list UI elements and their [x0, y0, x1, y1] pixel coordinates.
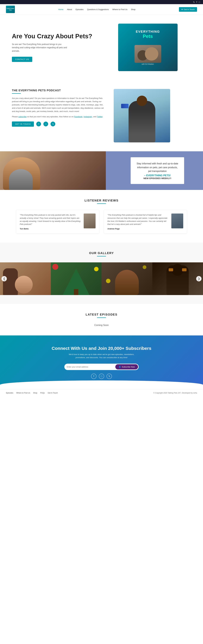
- gallery-section: OUR GALLERY ❮: [0, 242, 203, 304]
- footer-link-faqs[interactable]: FAQs: [40, 392, 45, 394]
- about-twitter-icon[interactable]: 𝕏: [51, 122, 55, 126]
- gallery-item-4: [152, 262, 203, 295]
- podcast-host: with Ed Walden: [142, 63, 154, 65]
- about-para-2: Please subscribe so that you won't miss …: [12, 115, 105, 118]
- about-instagram-icon[interactable]: □: [43, 122, 48, 126]
- episodes-label: LATEST EPISODES: [12, 313, 191, 316]
- promo-sub: NEW EPISODES WEEKLY!: [136, 177, 179, 180]
- subscribe-button[interactable]: 👤 Subscribe Now: [115, 364, 138, 370]
- newsletter-subtitle: We'd love to keep you up to date when we…: [64, 353, 139, 359]
- episodes-section: LATEST EPISODES Coming Soon: [0, 304, 203, 336]
- promo-blue-bar: [125, 156, 131, 186]
- podcast-title-line1: EVERYTHING: [134, 30, 161, 34]
- facebook-icon[interactable]: f: [196, 1, 197, 3]
- gallery-label: OUR GALLERY: [0, 252, 203, 255]
- newsletter-twitter-icon[interactable]: 𝕏: [107, 374, 112, 379]
- nav-episodes[interactable]: Episodes: [76, 8, 84, 10]
- footer-link-where[interactable]: Where to Find Us: [16, 392, 30, 394]
- reviews-section: LISTENER REVIEWS "The Everything Pets po…: [0, 190, 203, 242]
- about-photo: [114, 89, 170, 142]
- user-icon: 👤: [119, 366, 121, 368]
- podcast-title-line2: Pets: [143, 34, 153, 39]
- subscribe-link[interactable]: subscribe: [18, 116, 27, 118]
- instagram-icon[interactable]: □: [199, 1, 200, 3]
- footer-link-shop[interactable]: Shop: [33, 392, 37, 394]
- reviews-underline: [97, 204, 106, 204]
- hero-title: Are You Crazy About Pets?: [12, 33, 99, 40]
- top-bar: 𝕏 f □: [0, 0, 203, 4]
- twitter-icon[interactable]: 𝕏: [193, 1, 195, 3]
- gallery-grid: ❮: [0, 262, 203, 295]
- hero-section: Are You Crazy About Pets? So are we! The…: [0, 15, 203, 80]
- promo-highlight: – EVERYTHING PETS!: [136, 174, 179, 177]
- nav-questions[interactable]: Questions & Suggestions: [87, 8, 109, 10]
- newsletter-section: Connect With Us and Join 20,000+ Subscri…: [0, 336, 203, 389]
- nav-where[interactable]: Where to Find Us: [112, 8, 127, 10]
- instagram-link[interactable]: Instagram: [84, 116, 92, 118]
- gallery-prev-button[interactable]: ❮: [2, 276, 7, 282]
- about-para-1: Are you crazy about pets? Do you have qu…: [12, 97, 105, 113]
- newsletter-form: 👤 Subscribe Now: [64, 364, 139, 370]
- reviewer-name-1: Tori Betts: [20, 228, 81, 230]
- newsletter-email-input[interactable]: [67, 366, 115, 368]
- gallery-underline: [97, 256, 106, 256]
- reviewer-name-2: Andrew Page: [107, 228, 168, 230]
- gallery-item-1: [0, 262, 51, 295]
- about-facebook-icon[interactable]: f: [36, 122, 41, 126]
- main-nav: Home About Episodes Questions & Suggesti…: [58, 8, 135, 10]
- reviews-grid: "The Everything Pets podcast is not only…: [12, 210, 191, 234]
- newsletter-facebook-icon[interactable]: f: [91, 374, 96, 379]
- newsletter-social: f □ 𝕏: [6, 374, 197, 379]
- header: EVERYTHINGPets Home About Episodes Quest…: [0, 4, 203, 15]
- review-text-1: "The Everything Pets podcast is not only…: [20, 214, 81, 230]
- newsletter-instagram-icon[interactable]: □: [99, 374, 104, 379]
- hero-text: Are You Crazy About Pets? So are we! The…: [12, 33, 99, 62]
- gallery-item-2: [51, 262, 102, 295]
- reviewer-avatar-1: [84, 214, 96, 228]
- footer: Episodes Where to Find Us Shop FAQs Get …: [0, 389, 203, 396]
- review-quote-2: "The Everything Pets podcast is chocked …: [107, 214, 168, 226]
- about-social-row: GET IN TOUCH f □ 𝕏: [12, 122, 105, 127]
- review-card-2: "The Everything Pets podcast is chocked …: [104, 210, 187, 234]
- footer-link-contact[interactable]: Get In Touch: [48, 392, 58, 394]
- hero-podcast-text: EVERYTHING Pets with Ed Walden: [134, 30, 161, 65]
- hero-image-area: EVERYTHING Pets with Ed Walden: [104, 24, 191, 71]
- footer-link-episodes[interactable]: Episodes: [6, 392, 13, 394]
- footer-links: Episodes Where to Find Us Shop FAQs Get …: [6, 392, 58, 394]
- logo[interactable]: EVERYTHINGPets: [6, 6, 15, 13]
- about-underline: [12, 93, 21, 94]
- gallery-next-button[interactable]: ❯: [196, 276, 201, 282]
- review-quote-1: "The Everything Pets podcast is not only…: [20, 214, 81, 226]
- review-text-2: "The Everything Pets podcast is chocked …: [107, 214, 168, 230]
- footer-copyright: © Copyright 2020 Talking Pets 247. Devel…: [153, 392, 197, 394]
- episodes-underline: [97, 318, 106, 318]
- logo-area: EVERYTHINGPets: [6, 6, 15, 13]
- newsletter-title: Connect With Us and Join 20,000+ Subscri…: [6, 346, 197, 351]
- about-label: THE EVERYTHING PETS PODCAST: [12, 89, 105, 92]
- about-get-in-touch-button[interactable]: GET IN TOUCH: [12, 122, 34, 127]
- promo-band: Stay informed with fresh and up-to-date …: [0, 151, 203, 190]
- twitter-link[interactable]: Twitter: [97, 116, 103, 118]
- review-card-1: "The Everything Pets podcast is not only…: [16, 210, 99, 234]
- header-get-in-touch-button[interactable]: ✉ Get In Touch: [179, 7, 197, 12]
- reviews-label: LISTENER REVIEWS: [12, 199, 191, 202]
- promo-right-panel: Stay informed with fresh and up-to-date …: [106, 151, 203, 190]
- promo-text-box: Stay informed with fresh and up-to-date …: [131, 157, 184, 184]
- hero-contact-button[interactable]: CONTACT US: [12, 57, 32, 62]
- facebook-link[interactable]: Facebook: [74, 116, 83, 118]
- hero-subtitle: So are we! The Everything Pets podcast b…: [12, 42, 68, 52]
- gallery-item-3: [102, 262, 152, 295]
- about-image-area: [114, 89, 191, 142]
- episodes-coming-soon: Coming Soon: [12, 324, 191, 326]
- promo-pet-image: [0, 151, 106, 190]
- promo-text: Stay informed with fresh and up-to-date …: [136, 162, 179, 173]
- reviewer-avatar-2: [171, 214, 183, 228]
- about-section: THE EVERYTHING PETS PODCAST Are you craz…: [0, 80, 203, 151]
- nav-shop[interactable]: Shop: [131, 8, 135, 10]
- hero-podcast-cover: EVERYTHING Pets with Ed Walden: [118, 24, 177, 71]
- nav-home[interactable]: Home: [58, 8, 64, 10]
- nav-about[interactable]: About: [67, 8, 72, 10]
- mail-icon: ✉: [181, 8, 183, 10]
- about-text: THE EVERYTHING PETS PODCAST Are you craz…: [12, 89, 105, 127]
